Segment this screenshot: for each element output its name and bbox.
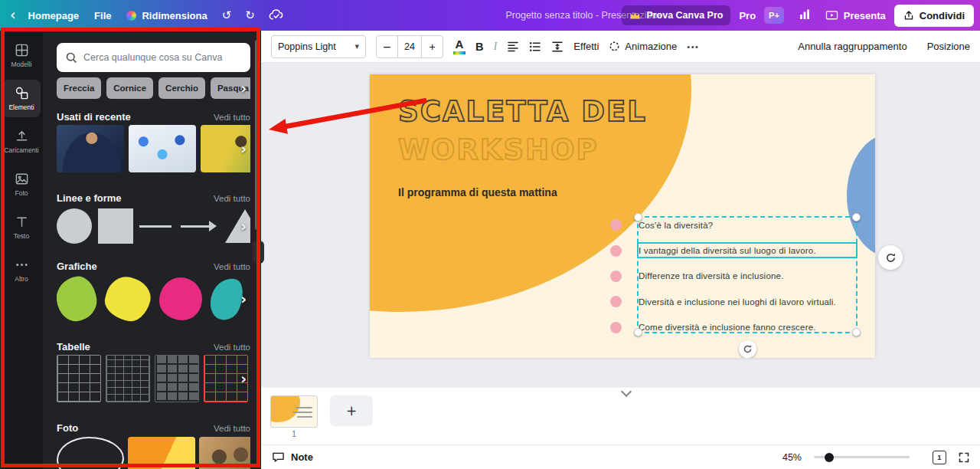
back-icon[interactable]: ‹ (8, 6, 20, 25)
panel-scrollbar[interactable] (255, 40, 259, 230)
homepage-button[interactable]: Homepage (21, 5, 86, 26)
film-strip: 1 + (261, 388, 980, 444)
thumbnail-orange-blob (270, 395, 300, 422)
agenda-item[interactable]: I vantaggi della diversità sul luogo di … (610, 238, 836, 263)
text-color-button[interactable]: A (453, 38, 466, 54)
sidebar-item-elementi[interactable]: Elementi (2, 80, 41, 117)
photo-people[interactable] (199, 437, 250, 469)
tables-row: › (57, 355, 250, 402)
elements-icon (15, 86, 29, 100)
agenda-item[interactable]: Differenze tra diversità e inclusione. (610, 264, 836, 289)
slide-1[interactable]: SCALETTA DEL WORKSHOP Il programma di qu… (370, 74, 875, 358)
share-button[interactable]: Condividi (894, 5, 974, 27)
recent-next-icon[interactable]: › (240, 142, 247, 156)
graphic-green-blob[interactable] (57, 274, 100, 323)
recent-thumb-businessman[interactable] (57, 125, 124, 172)
agenda-item[interactable]: Cos'è la diversità? (610, 212, 836, 238)
cycle-style-button[interactable] (878, 245, 903, 270)
page-thumbnail-1[interactable] (270, 395, 318, 428)
canvas-area[interactable]: SCALETTA DEL WORKSHOP Il programma di qu… (261, 63, 980, 388)
undo-icon[interactable]: ↺ (216, 6, 238, 25)
shapes-row: › (57, 206, 250, 246)
sidebar-item-testo[interactable]: Testo (2, 208, 41, 246)
notes-button[interactable]: Note (272, 451, 313, 463)
font-size-value[interactable]: 24 (397, 36, 422, 57)
see-all-recent-link[interactable]: Vedi tutto (214, 113, 250, 122)
position-button[interactable]: Posizione (927, 41, 970, 52)
bullet-list-button[interactable] (529, 41, 541, 52)
spacing-button[interactable] (551, 41, 564, 52)
agenda-item[interactable]: Come diversità e inclusione fanno cresce… (610, 315, 836, 340)
sidebar-item-foto[interactable]: Foto (2, 166, 41, 203)
chip-cerchio[interactable]: Cerchio (158, 77, 205, 99)
topbar-left-group: ‹ Homepage File Ridimensiona ↺ ↻ (8, 5, 291, 26)
see-all-photos-link[interactable]: Vedi tutto (214, 424, 250, 433)
fullscreen-button[interactable] (959, 452, 969, 463)
agenda-list[interactable]: Cos'è la diversità? I vantaggi della div… (610, 212, 836, 340)
resize-button[interactable]: Ridimensiona (119, 5, 214, 26)
chip-freccia[interactable]: Freccia (57, 77, 101, 99)
pplus-badge[interactable]: P+ (764, 7, 784, 24)
search-bar[interactable] (57, 43, 250, 72)
slide-blue-blob[interactable] (847, 134, 875, 257)
see-all-tables-link[interactable]: Vedi tutto (214, 343, 250, 352)
tables-next-icon[interactable]: › (240, 372, 247, 386)
chips-next-icon[interactable]: › (240, 80, 247, 95)
selection-handle-bottom-right[interactable] (852, 328, 861, 336)
canva-editor: ‹ Homepage File Ridimensiona ↺ ↻ Progett… (0, 0, 980, 469)
table-template-1[interactable] (57, 355, 101, 402)
photo-outline-frame[interactable] (57, 437, 124, 469)
text-align-button[interactable] (507, 41, 519, 52)
bullet-dot (610, 322, 622, 333)
try-pro-button[interactable]: Prova Canva Pro (622, 5, 730, 25)
font-size-increase-button[interactable]: + (422, 36, 443, 57)
font-family-select[interactable]: Poppins Light ▾ (271, 35, 366, 58)
chip-cornice[interactable]: Cornice (106, 77, 153, 99)
rotate-handle[interactable] (739, 340, 756, 358)
shape-line[interactable] (139, 208, 175, 244)
graphic-pink-blob[interactable] (159, 277, 202, 320)
font-size-decrease-button[interactable]: − (377, 36, 397, 57)
effects-button[interactable]: Effetti (573, 41, 599, 52)
ungroup-button[interactable]: Annulla raggruppamento (798, 41, 906, 52)
bold-button[interactable]: B (475, 41, 483, 53)
animate-button[interactable]: Animazione (609, 41, 677, 52)
more-options-button[interactable]: ••• (687, 42, 699, 51)
shapes-next-icon[interactable]: › (240, 219, 247, 234)
share-icon (903, 10, 914, 21)
insights-chart-icon[interactable] (792, 6, 817, 25)
file-menu-button[interactable]: File (87, 5, 118, 26)
collapse-filmstrip-icon[interactable] (621, 388, 632, 397)
shape-circle[interactable] (57, 208, 92, 244)
animate-icon (609, 41, 620, 52)
slide-title[interactable]: SCALETTA DEL WORKSHOP (398, 93, 647, 169)
sidebar-item-modelli[interactable]: Modelli (2, 37, 41, 74)
table-template-3[interactable] (155, 355, 199, 402)
zoom-slider[interactable] (814, 456, 910, 458)
italic-button[interactable]: I (493, 40, 497, 53)
graphics-next-icon[interactable]: › (240, 292, 247, 307)
panel-collapse-handle[interactable]: ‹ (253, 241, 264, 264)
section-title: Grafiche (57, 261, 97, 272)
present-button[interactable]: Presenta (825, 10, 886, 21)
agenda-item[interactable]: Diversità e inclusione nei luoghi di lav… (610, 289, 836, 314)
sidebar-item-caricamenti[interactable]: Caricamenti (2, 123, 41, 160)
see-all-shapes-link[interactable]: Vedi tutto (214, 194, 250, 203)
table-template-2[interactable] (106, 355, 150, 402)
slide-subtitle[interactable]: Il programma di questa mattina (398, 186, 557, 198)
page-view-button[interactable]: 1 (933, 451, 946, 464)
zoom-value[interactable]: 45% (782, 452, 802, 463)
add-page-button[interactable]: + (330, 395, 373, 426)
redo-icon[interactable]: ↻ (239, 6, 261, 25)
cloud-sync-icon[interactable] (263, 6, 291, 25)
photos-row (57, 436, 250, 469)
see-all-graphics-link[interactable]: Vedi tutto (214, 262, 250, 271)
shape-square[interactable] (98, 208, 133, 244)
sidebar-item-altro[interactable]: Altro (2, 251, 41, 289)
photo-orange[interactable] (128, 437, 195, 469)
zoom-slider-knob[interactable] (825, 453, 834, 462)
search-input[interactable] (83, 52, 242, 63)
graphic-yellow-blob[interactable] (101, 274, 155, 323)
recent-thumb-keyboard[interactable] (129, 125, 196, 172)
shape-arrow[interactable] (181, 208, 219, 244)
